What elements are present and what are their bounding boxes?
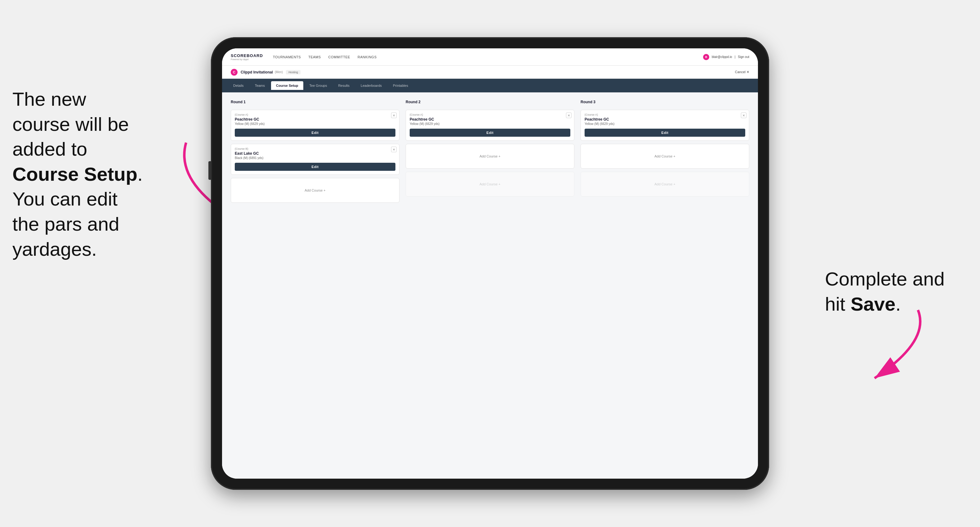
- round-1-add-course[interactable]: Add Course +: [231, 178, 399, 203]
- rounds-grid: Round 1 ✕ (Course A) Peachtree GC Yellow…: [231, 100, 749, 203]
- round-3-column: Round 3 ✕ (Course A) Peachtree GC Yellow…: [581, 100, 749, 203]
- round-1-course-b-details: Black (M) (6891 yds): [235, 156, 395, 160]
- user-email: blair@clippd.io: [712, 55, 732, 59]
- round-2-course-a-details: Yellow (M) (6629 yds): [410, 122, 570, 125]
- scoreboard-logo: SCOREBOARD Powered by clippd: [231, 54, 263, 60]
- round-3-add-course-label: Add Course +: [654, 154, 675, 158]
- round-3-course-a-label: (Course A): [585, 113, 745, 116]
- round-2-add-course[interactable]: Add Course +: [406, 144, 574, 169]
- logo-subtitle: Powered by clippd: [231, 58, 263, 60]
- hosting-badge: Hosting: [286, 70, 301, 75]
- tab-printables[interactable]: Printables: [388, 81, 413, 90]
- round-2-course-a-edit[interactable]: Edit: [410, 129, 570, 137]
- tablet-device: SCOREBOARD Powered by clippd TOURNAMENTS…: [211, 37, 769, 490]
- round-1-course-a-label: (Course A): [235, 113, 395, 116]
- user-avatar: B: [703, 54, 709, 60]
- round-1-course-a-details: Yellow (M) (6629 yds): [235, 122, 395, 125]
- round-2-add-course-disabled-label: Add Course +: [479, 182, 501, 186]
- round-1-title: Round 1: [231, 100, 399, 104]
- tablet-screen: SCOREBOARD Powered by clippd TOURNAMENTS…: [222, 48, 758, 479]
- tab-tee-groups[interactable]: Tee Groups: [305, 81, 332, 90]
- round-2-course-a-card: ✕ (Course A) Peachtree GC Yellow (M) (66…: [406, 110, 574, 141]
- sign-out-link[interactable]: Sign out: [738, 55, 749, 59]
- tab-details[interactable]: Details: [228, 81, 249, 90]
- content-area: Round 1 ✕ (Course A) Peachtree GC Yellow…: [222, 92, 758, 479]
- tab-teams[interactable]: Teams: [250, 81, 270, 90]
- logo-title: SCOREBOARD: [231, 54, 263, 58]
- round-1-course-b-delete[interactable]: ✕: [391, 147, 397, 152]
- round-2-course-a-label: (Course A): [410, 113, 570, 116]
- annotation-left-highlight: Course Setup: [13, 163, 137, 185]
- nav-right: B blair@clippd.io | Sign out: [703, 54, 749, 60]
- tab-results[interactable]: Results: [333, 81, 355, 90]
- annotation-left: The new course will be added to Course S…: [13, 87, 174, 262]
- tab-leaderboards[interactable]: Leaderboards: [356, 81, 387, 90]
- cancel-button[interactable]: Cancel ✕: [735, 70, 749, 74]
- round-1-course-b-label: (Course B): [235, 147, 395, 150]
- tabs-bar: Details Teams Course Setup Tee Groups Re…: [222, 79, 758, 92]
- round-1-course-b-edit[interactable]: Edit: [235, 163, 395, 171]
- round-2-add-course-disabled: Add Course +: [406, 172, 574, 197]
- round-2-course-a-name: Peachtree GC: [410, 117, 570, 122]
- round-3-title: Round 3: [581, 100, 749, 104]
- round-1-add-course-label: Add Course +: [305, 189, 326, 192]
- round-1-course-a-name: Peachtree GC: [235, 117, 395, 122]
- round-3-course-a-delete[interactable]: ✕: [741, 113, 746, 118]
- round-1-column: Round 1 ✕ (Course A) Peachtree GC Yellow…: [231, 100, 399, 203]
- round-3-course-a-details: Yellow (M) (6629 yds): [585, 122, 745, 125]
- round-3-add-course[interactable]: Add Course +: [581, 144, 749, 169]
- round-3-course-a-name: Peachtree GC: [585, 117, 745, 122]
- round-3-course-a-card: ✕ (Course A) Peachtree GC Yellow (M) (66…: [581, 110, 749, 141]
- round-2-title: Round 2: [406, 100, 574, 104]
- round-3-add-course-disabled-label: Add Course +: [654, 182, 675, 186]
- tournament-name: Clippd Invitational: [241, 70, 273, 75]
- tournament-logo: C: [231, 69, 237, 76]
- nav-links: TOURNAMENTS TEAMS COMMITTEE RANKINGS: [273, 55, 703, 59]
- nav-rankings[interactable]: RANKINGS: [358, 55, 377, 59]
- round-1-course-a-card: ✕ (Course A) Peachtree GC Yellow (M) (66…: [231, 110, 399, 141]
- tablet-side-button: [208, 161, 211, 180]
- round-2-course-a-delete[interactable]: ✕: [566, 113, 571, 118]
- round-2-column: Round 2 ✕ (Course A) Peachtree GC Yellow…: [406, 100, 574, 203]
- nav-teams[interactable]: TEAMS: [308, 55, 321, 59]
- round-1-course-a-edit[interactable]: Edit: [235, 129, 395, 137]
- sign-out-separator: |: [735, 55, 736, 59]
- top-navigation: SCOREBOARD Powered by clippd TOURNAMENTS…: [222, 48, 758, 66]
- round-1-course-b-name: East Lake GC: [235, 151, 395, 156]
- round-1-course-a-delete[interactable]: ✕: [391, 113, 397, 118]
- round-3-course-a-edit[interactable]: Edit: [585, 129, 745, 137]
- round-1-course-b-card: ✕ (Course B) East Lake GC Black (M) (689…: [231, 144, 399, 175]
- arrow-right-icon: [843, 304, 937, 384]
- tournament-bar: C Clippd Invitational (Men) Hosting Canc…: [222, 66, 758, 79]
- round-3-add-course-disabled: Add Course +: [581, 172, 749, 197]
- nav-committee[interactable]: COMMITTEE: [328, 55, 350, 59]
- round-2-add-course-label: Add Course +: [479, 154, 501, 158]
- nav-tournaments[interactable]: TOURNAMENTS: [273, 55, 301, 59]
- tournament-type: (Men): [275, 70, 283, 74]
- tab-course-setup[interactable]: Course Setup: [271, 81, 303, 90]
